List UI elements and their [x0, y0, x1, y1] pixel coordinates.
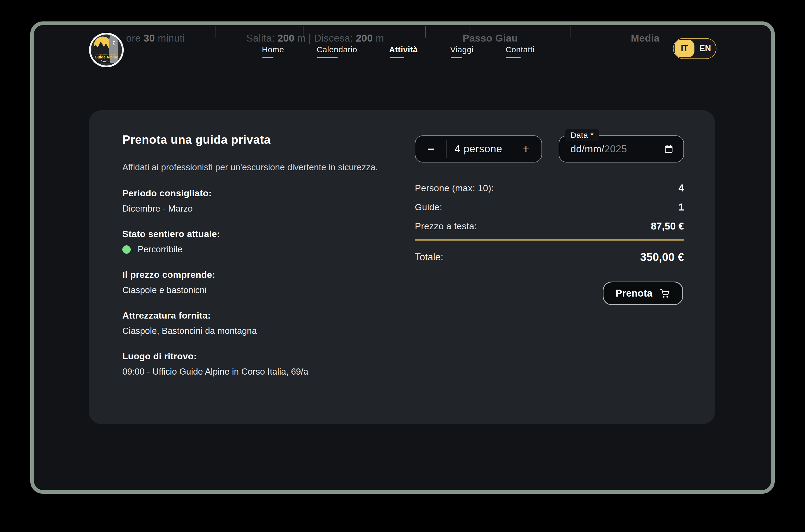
decrement-button[interactable]: −: [415, 136, 446, 162]
bg-duration-text: ore 30 minuti: [126, 33, 185, 44]
section-heading: Periodo consigliato:: [122, 186, 399, 200]
booking-info-column: Prenota una guida privata Affidati ai pr…: [122, 132, 399, 378]
calendar-icon[interactable]: [664, 144, 673, 154]
section-heading: Il prezzo comprende:: [122, 268, 399, 282]
section-body: Ciaspole, Bastoncini da montagna: [122, 324, 399, 337]
bg-tick: [425, 26, 426, 38]
section-heading: Stato sentiero attuale:: [122, 227, 399, 241]
logo-climber: [113, 40, 115, 42]
summary-row-totale: Totale: 350,00 €: [415, 249, 684, 266]
nav-calendario[interactable]: Calendario: [317, 45, 357, 54]
section-periodo: Periodo consigliato: Dicembre - Marzo: [122, 186, 399, 215]
bg-tick: [570, 26, 570, 38]
card-title: Prenota una guida privata: [122, 132, 399, 147]
persons-count-value: 4 persone: [447, 136, 510, 162]
date-field-value: dd/mm/2025: [570, 136, 627, 162]
summary-row-guide: Guide: 1: [415, 197, 684, 217]
bg-place-text: Passo Giau: [463, 33, 518, 44]
price-summary: Persone (max: 10): 4 Guide: 1 Prezzo a t…: [415, 178, 684, 266]
increment-button[interactable]: +: [510, 136, 542, 162]
trail-status: Percorribile: [122, 243, 399, 256]
bg-elevation-text: Salita: 200 m | Discesa: 200 m: [246, 33, 384, 44]
section-heading: Attrezzatura fornita:: [122, 308, 399, 322]
guide-alpine-logo[interactable]: SCUOLA D'ALPINISMO Guide Alpine Cortina: [89, 32, 124, 68]
card-description: Affidati ai professionisti per un'escurs…: [122, 160, 391, 174]
status-label: Percorribile: [138, 243, 182, 256]
prenota-button[interactable]: Prenota: [603, 282, 683, 305]
summary-row-prezzo: Prezzo a testa: 87,50 €: [415, 217, 684, 236]
booking-card: Prenota una guida privata Affidati ai pr…: [89, 110, 715, 424]
total-divider: [415, 240, 684, 241]
cart-icon: [660, 288, 670, 298]
green-status-dot: [122, 245, 131, 254]
persons-stepper[interactable]: − 4 persone +: [415, 135, 542, 163]
section-body: Dicembre - Marzo: [122, 202, 399, 215]
lang-it-button[interactable]: IT: [675, 40, 694, 57]
language-toggle[interactable]: IT EN: [673, 38, 716, 59]
bg-tick: [303, 26, 304, 38]
bg-tick: [215, 26, 216, 38]
nav-home[interactable]: Home: [262, 45, 284, 54]
section-prezzo-comprende: Il prezzo comprende: Ciaspole e bastonic…: [122, 268, 399, 297]
section-attrezzatura: Attrezzatura fornita: Ciaspole, Bastonci…: [122, 308, 399, 337]
lang-en-button[interactable]: EN: [694, 44, 716, 53]
date-input[interactable]: Data * dd/mm/2025: [559, 135, 684, 163]
nav-attivita[interactable]: Attività: [389, 45, 418, 54]
bg-media-text: Media: [631, 33, 660, 44]
summary-row-persone: Persone (max: 10): 4: [415, 178, 684, 197]
svg-text:Guide Alpine: Guide Alpine: [95, 55, 118, 59]
nav-viaggi[interactable]: Viaggi: [450, 45, 473, 54]
booking-form-column: − 4 persone + Data * dd/mm/2025 Persone: [415, 110, 684, 424]
site-frame: ore 30 minuti Salita: 200 m | Discesa: 2…: [30, 21, 775, 494]
nav-contatti[interactable]: Contatti: [506, 45, 534, 54]
section-body: Ciaspole e bastonicni: [122, 284, 399, 297]
section-body: 09:00 - Ufficio Guide Alpine in Corso It…: [122, 365, 399, 378]
bg-tick: [470, 26, 470, 38]
section-heading: Luogo di ritrovo:: [122, 349, 399, 363]
section-luogo-ritrovo: Luogo di ritrovo: 09:00 - Ufficio Guide …: [122, 349, 399, 378]
svg-text:Cortina: Cortina: [100, 59, 112, 63]
section-stato-sentiero: Stato sentiero attuale: Percorribile: [122, 227, 399, 256]
